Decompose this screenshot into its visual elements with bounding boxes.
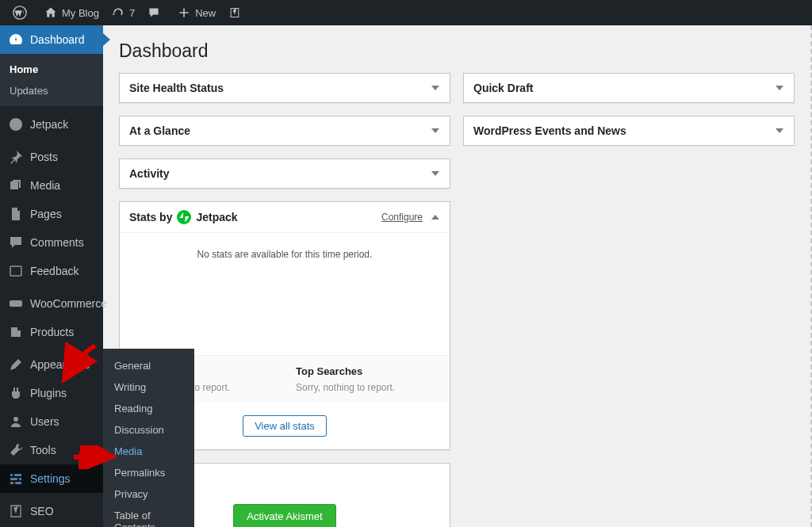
postbox-events-news: WordPress Events and News: [463, 116, 795, 146]
top-searches-empty: Sorry, nothing to report.: [296, 382, 439, 393]
new-label: New: [195, 7, 216, 19]
menu-appearance[interactable]: Appearance: [0, 350, 103, 379]
postbox-quick-draft: Quick Draft: [463, 73, 795, 103]
menu-tools[interactable]: Tools: [0, 436, 103, 464]
seo-icon: [8, 503, 24, 519]
plus-icon: [178, 6, 190, 19]
toggle-button[interactable]: [431, 212, 440, 222]
menu-label: Plugins: [30, 387, 67, 399]
menu-label: Products: [30, 326, 74, 338]
users-icon: [8, 414, 24, 430]
top-searches-heading: Top Searches: [296, 365, 439, 377]
menu-label: Media: [30, 179, 60, 192]
settings-flyout: General Writing Reading Discussion Media…: [103, 349, 194, 527]
menu-dashboard[interactable]: Dashboard: [0, 25, 103, 54]
menu-pages[interactable]: Pages: [0, 200, 103, 228]
menu-label: Comments: [30, 236, 84, 249]
flyout-permalinks[interactable]: Permalinks: [103, 462, 194, 483]
chevron-down-icon: [431, 86, 439, 90]
menu-feedback[interactable]: Feedback: [0, 257, 103, 285]
menu-label: SEO: [30, 505, 54, 517]
stats-empty-text: No stats are available for this time per…: [120, 233, 450, 355]
menu-label: Tools: [30, 444, 56, 456]
flyout-discussion[interactable]: Discussion: [103, 419, 194, 441]
yoast-icon: [228, 6, 241, 19]
svg-rect-3: [10, 300, 22, 307]
woocommerce-icon: [8, 296, 24, 311]
chevron-down-icon: [431, 171, 439, 176]
postbox-title: Site Health Status: [129, 82, 224, 94]
settings-icon: [8, 471, 24, 487]
svg-point-10: [13, 482, 16, 484]
menu-settings[interactable]: Settings: [0, 464, 103, 493]
menu-users[interactable]: Users: [0, 407, 103, 436]
column-right: Quick Draft WordPress Events and News: [463, 73, 795, 527]
menu-label: Posts: [30, 151, 58, 163]
yoast-toolbar-link[interactable]: [222, 0, 252, 25]
configure-link[interactable]: Configure: [381, 212, 423, 223]
comments-link[interactable]: [141, 0, 171, 25]
svg-point-4: [13, 417, 18, 422]
flyout-media[interactable]: Media: [103, 441, 194, 462]
chevron-down-icon: [776, 86, 783, 90]
wp-logo[interactable]: [6, 0, 38, 25]
pin-icon: [8, 149, 24, 165]
postbox-site-health: Site Health Status: [119, 73, 450, 103]
dashboard-icon: [8, 32, 24, 48]
menu-woocommerce[interactable]: WooCommerce: [0, 289, 103, 318]
menu-label: Pages: [30, 208, 62, 220]
new-content-link[interactable]: New: [171, 0, 222, 25]
media-icon: [8, 178, 24, 193]
home-icon: [44, 6, 57, 19]
menu-label: WooCommerce: [30, 297, 107, 310]
page-icon: [8, 206, 24, 222]
chevron-down-icon: [776, 128, 783, 133]
comment-icon: [147, 6, 160, 19]
content-area: Dashboard Site Health Status At a Glance…: [103, 25, 812, 527]
menu-label: Appearance: [30, 358, 90, 371]
wordpress-icon: [13, 6, 27, 20]
updates-link[interactable]: 7: [105, 0, 141, 25]
menu-posts[interactable]: Posts: [0, 143, 103, 171]
svg-point-8: [13, 474, 15, 476]
menu-jetpack[interactable]: Jetpack: [0, 110, 103, 139]
postbox-title: At a Glance: [129, 124, 190, 137]
admin-sidebar: Dashboard Home Updates Jetpack Posts Med…: [0, 25, 103, 527]
site-name: My Blog: [62, 7, 99, 19]
toggle-button[interactable]: [431, 83, 440, 93]
menu-label: Settings: [30, 472, 71, 485]
submenu-home[interactable]: Home: [0, 59, 103, 80]
site-name-link[interactable]: My Blog: [38, 0, 105, 25]
view-all-stats-button[interactable]: View all stats: [243, 415, 327, 437]
toggle-button[interactable]: [775, 126, 784, 136]
page-title: Dashboard: [119, 33, 795, 65]
menu-comments[interactable]: Comments: [0, 228, 103, 257]
jetpack-brand: Jetpack: [196, 211, 237, 223]
toggle-button[interactable]: [431, 126, 440, 136]
flyout-writing[interactable]: Writing: [103, 376, 194, 398]
flyout-general[interactable]: General: [103, 355, 194, 376]
admin-toolbar: My Blog 7 New: [0, 0, 812, 25]
toggle-button[interactable]: [431, 169, 440, 178]
submenu-updates[interactable]: Updates: [0, 80, 103, 101]
toggle-button[interactable]: [775, 83, 784, 93]
flyout-privacy[interactable]: Privacy: [103, 483, 194, 505]
svg-rect-2: [10, 266, 21, 276]
flyout-toc[interactable]: Table of Contents: [103, 505, 194, 527]
menu-media[interactable]: Media: [0, 171, 103, 200]
updates-count: 7: [129, 7, 135, 19]
flyout-reading[interactable]: Reading: [103, 398, 194, 419]
svg-point-1: [10, 118, 22, 131]
svg-point-9: [17, 478, 20, 480]
jetpack-icon: [8, 116, 24, 132]
svg-rect-7: [10, 482, 21, 484]
activate-akismet-button[interactable]: Activate Akismet: [233, 504, 335, 527]
postbox-title: WordPress Events and News: [473, 124, 626, 137]
submenu-dashboard: Home Updates: [0, 54, 103, 106]
menu-products[interactable]: Products: [0, 318, 103, 346]
top-searches-cell: Top Searches Sorry, nothing to report.: [285, 356, 450, 403]
comments-icon: [8, 235, 24, 250]
menu-plugins[interactable]: Plugins: [0, 379, 103, 407]
svg-rect-5: [10, 474, 21, 476]
menu-seo[interactable]: SEO: [0, 497, 103, 525]
